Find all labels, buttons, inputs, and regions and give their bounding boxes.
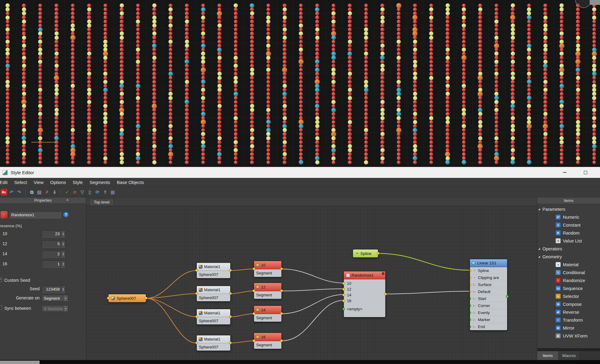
node-material-4[interactable]: Material1 Sphere007 — [196, 335, 231, 351]
item-sequence[interactable]: 12Sequence — [537, 284, 600, 292]
socket[interactable] — [470, 290, 471, 293]
purge-icon[interactable]: ▯ — [86, 189, 93, 196]
output-socket[interactable] — [384, 293, 387, 295]
socket[interactable] — [342, 282, 345, 285]
socket[interactable] — [470, 318, 471, 321]
presence-input[interactable]: 2▲▼ — [42, 250, 65, 258]
socket[interactable] — [107, 297, 110, 299]
item-uvw-xform[interactable]: ⊕UVW XForm — [537, 332, 600, 340]
group-operators[interactable]: ◢Operators — [537, 245, 600, 253]
menu-edit[interactable]: Edit — [0, 180, 11, 185]
item-value-list[interactable]: ≡Value List — [537, 237, 600, 245]
maximize-button[interactable] — [575, 167, 596, 178]
socket[interactable] — [229, 292, 232, 295]
menu-view[interactable]: View — [30, 180, 47, 185]
presence-input[interactable]: 5▲▼ — [42, 240, 65, 248]
socket[interactable] — [195, 315, 198, 318]
menu-segments[interactable]: Segments — [86, 180, 114, 185]
socket[interactable] — [280, 289, 283, 292]
import-icon[interactable]: ⇓ — [51, 189, 58, 196]
redo-icon[interactable]: ↷ — [16, 189, 23, 196]
socket[interactable] — [252, 339, 255, 342]
socket[interactable] — [195, 269, 198, 272]
menu-select[interactable]: Select — [11, 180, 30, 185]
disable-icon[interactable]: ⊘ — [71, 189, 78, 196]
output-socket[interactable] — [506, 295, 509, 298]
item-random[interactable]: RRandom — [537, 229, 600, 237]
socket[interactable] — [470, 276, 471, 279]
custom-seed-checkbox[interactable]: ✓ — [0, 277, 2, 282]
export-icon[interactable]: ⇑ — [102, 189, 108, 196]
socket[interactable] — [280, 312, 283, 315]
group-geometry[interactable]: ◢Geometry — [537, 253, 600, 261]
spinner[interactable]: ▲▼ — [61, 261, 65, 267]
socket[interactable] — [252, 267, 255, 270]
node-collapse-button[interactable] — [382, 272, 384, 275]
tab-items[interactable]: Items — [537, 351, 559, 360]
expander-icon[interactable]: ◢ — [538, 208, 540, 210]
node-segment-16[interactable]: 16 Segment — [254, 333, 282, 349]
socket[interactable] — [377, 252, 379, 255]
spinner[interactable]: ▲▼ — [61, 241, 65, 247]
socket[interactable] — [342, 308, 345, 310]
group-parameters[interactable]: ◢Parameters — [537, 205, 600, 213]
sync-between-checkbox[interactable] — [0, 306, 2, 310]
title-bar[interactable]: Style Editor — [0, 167, 600, 178]
close-panel-button[interactable]: × — [66, 198, 69, 202]
socket[interactable] — [470, 297, 471, 300]
node-sphere007[interactable]: Sphere007 — [108, 294, 146, 302]
menu-style[interactable]: Style — [69, 180, 86, 185]
presence-input[interactable]: 1▲▼ — [42, 260, 65, 268]
library-icon[interactable]: ▦ — [109, 189, 116, 196]
menu-base-objects[interactable]: Base Objects — [113, 180, 147, 185]
seed-spinner[interactable]: ▲▼ — [61, 286, 65, 293]
node-canvas[interactable]: Sphere007 Material1 Sphere007 Material1 … — [86, 206, 537, 360]
spinner[interactable]: ▲▼ — [61, 251, 65, 257]
refresh-icon[interactable]: ⟳ — [94, 189, 101, 196]
item-material[interactable]: ●Material — [537, 261, 600, 269]
tab-macros[interactable]: Macros — [559, 351, 580, 360]
menu-options[interactable]: Options — [47, 180, 69, 185]
undo-icon[interactable]: ↶ — [8, 189, 15, 196]
socket[interactable] — [342, 299, 345, 302]
socket[interactable] — [280, 339, 283, 342]
node-spline[interactable]: ~ Spline — [353, 249, 378, 258]
socket[interactable] — [252, 312, 255, 315]
node-segment-14[interactable]: 14 Segment — [254, 306, 282, 322]
node-segment-12[interactable]: 12 Segment — [254, 283, 282, 299]
socket[interactable] — [470, 304, 471, 307]
socket[interactable] — [470, 311, 471, 314]
socket[interactable] — [229, 341, 232, 344]
seed-input[interactable]: 123459 ▲▼ — [42, 286, 65, 293]
minimize-button[interactable] — [554, 167, 575, 178]
item-reverse[interactable]: ⇄Reverse — [537, 308, 600, 316]
socket[interactable] — [229, 269, 232, 272]
copy-icon[interactable]: ⧉ — [28, 189, 35, 196]
node-material-1[interactable]: Material1 Sphere007 — [196, 263, 231, 278]
tab-top-level[interactable]: Top level — [89, 199, 114, 205]
item-constant[interactable]: 2Constant — [537, 221, 600, 229]
item-compose[interactable]: ⊞Compose — [537, 300, 600, 308]
expander-icon[interactable]: ◢ — [538, 255, 540, 258]
spinner[interactable]: ▲▼ — [61, 231, 65, 237]
presence-input[interactable]: 23▲▼ — [42, 230, 65, 238]
node-segment-10[interactable]: 10 Segment — [254, 261, 282, 277]
socket[interactable] — [252, 289, 255, 292]
socket[interactable] — [195, 292, 198, 295]
items-scrollbar[interactable] — [537, 348, 600, 351]
expander-icon[interactable]: ◢ — [538, 247, 540, 250]
socket[interactable] — [145, 297, 147, 299]
socket[interactable] — [470, 325, 471, 328]
paste-icon[interactable]: ▤ — [36, 189, 43, 196]
socket[interactable] — [229, 315, 232, 318]
delete-icon[interactable]: ✗ — [44, 189, 50, 196]
sync-between-dropdown[interactable]: X Sections ▼ — [42, 305, 68, 312]
node-linear-1s1[interactable]: Linear 1S1 ~Spline~Clipping are▷Surface▷… — [470, 259, 507, 330]
socket[interactable] — [195, 341, 198, 344]
socket[interactable] — [342, 288, 345, 291]
node-randomize1[interactable]: ∵ Randomize1 10121416<empty> — [344, 271, 386, 317]
item-numeric[interactable]: X²Numeric — [537, 213, 600, 221]
node-material-3[interactable]: Material1 Sphere007 — [196, 309, 231, 325]
item-conditional[interactable]: ?Conditional — [537, 269, 600, 277]
railclone-logo[interactable]: Rc — [1, 189, 7, 196]
